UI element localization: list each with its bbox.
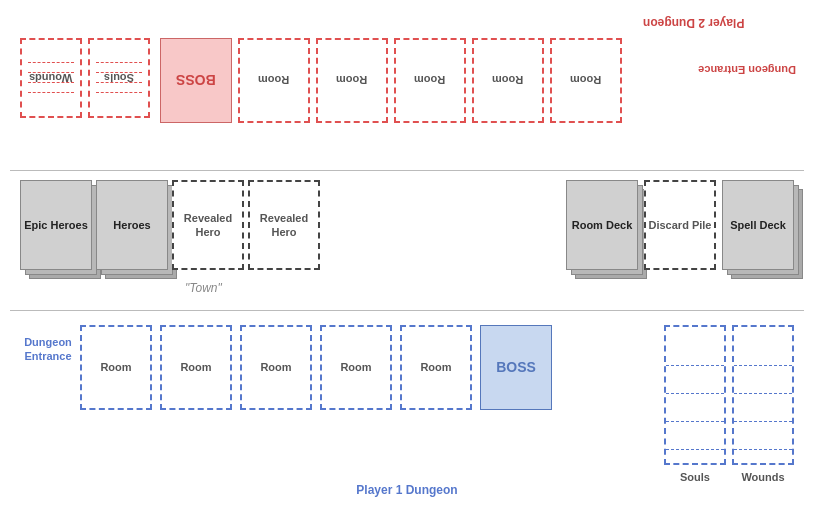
discard-pile-card: Discard Pile (644, 180, 716, 270)
p2-room-card-3: Room (394, 38, 466, 123)
p2-room-card-5: Room (550, 38, 622, 123)
divider-top (10, 170, 804, 171)
heroes-label: Heroes (113, 218, 150, 232)
spell-deck-label: Spell Deck (730, 218, 786, 232)
p1-dungeon-label: Player 1 Dungeon (10, 483, 804, 497)
p2-wounds-label: Wounds (29, 71, 72, 85)
p1-right-stacks: Souls Wounds (664, 325, 794, 483)
p1-boss-label: BOSS (496, 358, 536, 376)
p1-room-card-1: Room (80, 325, 152, 410)
p2-wounds-card: Wounds (20, 38, 82, 118)
p1-dungeon-section: Dungeon Entrance Player 1 Dungeon Room R… (10, 315, 804, 505)
p1-side-cards: Souls Wounds (664, 325, 794, 483)
p2-souls-label: Souls (104, 71, 134, 85)
p1-room-card-2: Room (160, 325, 232, 410)
spell-deck-card: Spell Deck (722, 180, 794, 270)
p1-souls-wounds-labels-row: Souls Wounds (664, 471, 794, 483)
revealed-hero-2-label: Revealed Hero (250, 211, 318, 240)
p1-room-card-3: Room (240, 325, 312, 410)
town-section: Epic Heroes Heroes Revealed Hero Reveale… (10, 175, 804, 295)
room-deck-label: Room Deck (572, 218, 633, 232)
p2-room-card-1: Room (238, 38, 310, 123)
revealed-hero-2-card: Revealed Hero (248, 180, 320, 270)
p2-wounds-souls-area: Wounds Souls (20, 38, 150, 118)
p1-entrance-label: Dungeon Entrance (18, 335, 78, 364)
p1-souls-label: Souls (664, 471, 726, 483)
p2-souls-card: Souls (88, 38, 150, 118)
p1-rooms-row: Room Room Room Room Room BOSS (80, 325, 552, 410)
p1-stacked-area (664, 325, 794, 465)
epic-heroes-label: Epic Heroes (24, 218, 88, 232)
room-deck-card: Room Deck (566, 180, 638, 270)
p1-souls-stack (664, 325, 726, 465)
p2-boss-card: BOSS (160, 38, 232, 123)
p1-wounds-label: Wounds (732, 471, 794, 483)
revealed-hero-1-label: Revealed Hero (174, 211, 242, 240)
p1-wounds-stack (732, 325, 794, 465)
p2-dungeon-label: Player 2 Dungeon (643, 16, 744, 30)
discard-pile-label: Discard Pile (649, 218, 712, 232)
town-label: "Town" (185, 281, 222, 295)
p2-dungeon-section: Player 2 Dungeon Dungeon Entrance Wounds… (10, 8, 804, 163)
p2-room-card-4: Room (472, 38, 544, 123)
divider-bottom (10, 310, 804, 311)
town-right-decks: Room Deck Discard Pile Spell Deck (566, 180, 794, 270)
p1-room-card-5: Room (400, 325, 472, 410)
p1-boss-card: BOSS (480, 325, 552, 410)
p2-rooms-row: BOSS Room Room Room Room Room (160, 38, 734, 123)
p2-room-card-2: Room (316, 38, 388, 123)
epic-heroes-card: Epic Heroes (20, 180, 92, 270)
p1-room-card-4: Room (320, 325, 392, 410)
game-board: Player 2 Dungeon Dungeon Entrance Wounds… (0, 0, 814, 523)
revealed-hero-1-card: Revealed Hero (172, 180, 244, 270)
p2-entrance-label: Dungeon Entrance (741, 63, 796, 77)
p2-boss-label: BOSS (176, 71, 216, 89)
town-left-cards: Epic Heroes Heroes Revealed Hero Reveale… (20, 180, 320, 270)
heroes-card: Heroes (96, 180, 168, 270)
